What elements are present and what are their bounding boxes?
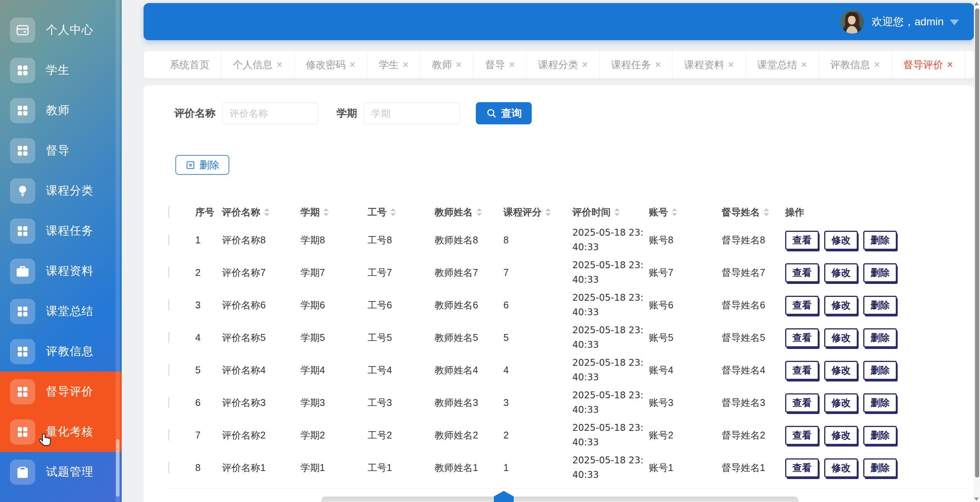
sort-arrows-icon[interactable] [264,208,270,216]
row-checkbox[interactable] [168,332,169,343]
row-checkbox[interactable] [168,267,169,278]
tab-close-icon[interactable]: × [728,59,734,71]
delete-button[interactable]: 删除 [863,328,897,347]
sidebar-item-students[interactable]: 学生 [0,50,122,90]
column-header-label: 评价时间 [572,206,611,218]
sidebar-item-class-summary[interactable]: 课堂总结 [0,291,122,331]
delete-button[interactable]: 删除 [863,361,897,380]
sidebar-item-personal-center[interactable]: 个人中心 [0,10,122,50]
tab-close-icon[interactable]: × [801,59,807,71]
delete-button[interactable]: 删除 [863,393,897,412]
query-button[interactable]: 查询 [476,102,532,124]
delete-button[interactable]: 删除 [863,458,897,478]
tab-label: 个人信息 [233,58,273,72]
column-header: 课程评分 [503,206,572,218]
edit-button[interactable]: 修改 [824,361,858,380]
tab-课程分类[interactable]: 课程分类× [527,51,600,78]
sort-arrows-icon[interactable] [764,208,769,216]
sort-arrows-icon[interactable] [477,208,482,216]
row-checkbox[interactable] [168,234,169,246]
view-button[interactable]: 查看 [785,393,819,412]
tab-修改密码[interactable]: 修改密码× [294,51,368,78]
view-button[interactable]: 查看 [785,328,819,347]
tab-close-icon[interactable]: × [403,59,409,71]
tab-个人信息[interactable]: 个人信息× [221,51,294,78]
sidebar-item-supervisors[interactable]: 督导 [0,130,122,171]
cell-work-id: 工号1 [368,462,392,473]
tab-课程资料[interactable]: 课程资料× [673,51,746,78]
view-button[interactable]: 查看 [785,361,819,380]
sort-arrows-icon[interactable] [390,208,396,216]
row-checkbox[interactable] [168,364,169,376]
page-scrollbar-thumb[interactable] [975,8,979,478]
tab-学生[interactable]: 学生× [368,51,421,78]
row-checkbox[interactable] [168,462,169,473]
sidebar-item-course-materials[interactable]: 课程资料 [0,251,122,291]
view-button[interactable]: 查看 [785,231,819,250]
select-all-checkbox[interactable] [168,206,169,218]
horizontal-scrollbar-thumb[interactable] [494,491,514,502]
chevron-down-icon[interactable] [950,20,959,25]
eval-name-input[interactable] [222,103,318,124]
tab-close-icon[interactable]: × [582,59,588,71]
cell-index: 8 [195,462,201,473]
horizontal-scrollbar-track[interactable] [322,497,798,502]
sidebar-item-evaluation-info[interactable]: 评教信息 [0,331,122,372]
table-row: 8评价名称1学期1工号1教师姓名112025-05-18 23:40:33账号1… [168,451,969,484]
tab-label: 教师 [432,58,452,72]
edit-button[interactable]: 修改 [824,426,858,445]
edit-button[interactable]: 修改 [824,263,858,282]
sidebar: 个人中心学生教师督导课程分类课程任务课程资料课堂总结评教信息督导评价量化考核试题… [0,0,122,502]
row-checkbox[interactable] [168,397,169,408]
sidebar-scrollbar-thumb[interactable] [116,439,119,497]
tab-评教信息[interactable]: 评教信息× [819,51,892,78]
avatar[interactable] [840,10,864,34]
tab-close-icon[interactable]: × [350,59,356,71]
sidebar-item-course-tasks[interactable]: 课程任务 [0,211,122,251]
tab-close-icon[interactable]: × [456,59,462,71]
row-checkbox[interactable] [168,299,169,311]
delete-button[interactable]: 删除 [863,426,897,445]
sidebar-item-course-category[interactable]: 课程分类 [0,171,122,211]
view-button[interactable]: 查看 [785,263,819,282]
view-button[interactable]: 查看 [785,296,819,315]
delete-button[interactable]: 删除 [863,296,897,315]
user-dropdown[interactable]: 欢迎您，admin [840,10,959,34]
delete-button[interactable]: 删除 [863,231,897,250]
tab-系统首页[interactable]: 系统首页 [144,51,221,78]
tab-close-icon[interactable]: × [509,59,515,71]
bulk-delete-button[interactable]: 删除 [175,155,229,175]
edit-button[interactable]: 修改 [824,328,858,347]
sort-arrows-icon[interactable] [546,208,551,216]
tab-label: 系统首页 [170,58,209,72]
tab-课程任务[interactable]: 课程任务× [600,51,673,78]
sidebar-item-exam-questions[interactable]: 试题管理 [0,452,122,492]
sort-arrows-icon[interactable] [614,208,620,216]
tab-close-icon[interactable]: × [947,59,953,71]
sort-arrows-icon[interactable] [672,208,677,216]
table-bottom-divider [168,488,969,489]
cell-eval-time: 2025-05-18 23:40:33 [572,388,649,417]
sort-arrows-icon[interactable] [323,208,329,216]
term-input[interactable] [364,103,460,124]
sidebar-item-supervisor-evaluation[interactable]: 督导评价 [0,372,122,412]
sidebar-item-quantitative-assessment[interactable]: 量化考核 [0,412,122,452]
edit-button[interactable]: 修改 [824,231,858,250]
edit-button[interactable]: 修改 [824,458,858,478]
row-checkbox[interactable] [168,429,169,441]
tab-课堂总结[interactable]: 课堂总结× [746,51,819,78]
edit-button[interactable]: 修改 [824,296,858,315]
view-button[interactable]: 查看 [785,458,819,478]
scroll-up-arrow-icon[interactable] [974,2,979,5]
tab-close-icon[interactable]: × [655,59,661,71]
tab-督导评价[interactable]: 督导评价× [892,51,965,78]
tab-督导[interactable]: 督导× [474,51,527,78]
edit-button[interactable]: 修改 [824,393,858,412]
tab-close-icon[interactable]: × [276,59,283,71]
view-button[interactable]: 查看 [785,426,819,445]
tab-close-icon[interactable]: × [874,59,880,71]
scroll-down-arrow-icon[interactable] [974,497,979,501]
sidebar-item-teachers[interactable]: 教师 [0,90,122,130]
tab-教师[interactable]: 教师× [420,51,474,78]
delete-button[interactable]: 删除 [863,263,897,282]
